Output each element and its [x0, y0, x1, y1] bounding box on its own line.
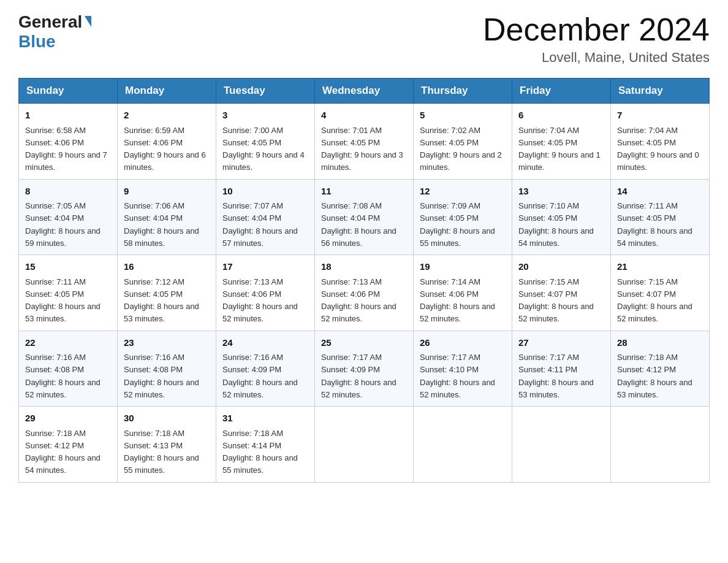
day-number: 27 — [518, 336, 604, 350]
calendar-cell: 7 Sunrise: 7:04 AMSunset: 4:05 PMDayligh… — [611, 104, 710, 180]
day-info: Sunrise: 7:17 AMSunset: 4:10 PMDaylight:… — [420, 353, 495, 399]
day-info: Sunrise: 7:15 AMSunset: 4:07 PMDaylight:… — [617, 277, 692, 324]
calendar-cell: 30 Sunrise: 7:18 AMSunset: 4:13 PMDaylig… — [118, 407, 216, 483]
day-info: Sunrise: 7:06 AMSunset: 4:04 PMDaylight:… — [124, 201, 199, 248]
day-number: 18 — [321, 260, 407, 274]
day-info: Sunrise: 7:13 AMSunset: 4:06 PMDaylight:… — [222, 277, 298, 324]
day-number: 8 — [25, 185, 111, 199]
day-number: 25 — [321, 336, 407, 350]
day-info: Sunrise: 7:13 AMSunset: 4:06 PMDaylight:… — [321, 277, 396, 324]
calendar-cell: 1 Sunrise: 6:58 AMSunset: 4:06 PMDayligh… — [19, 104, 118, 180]
calendar-cell: 26 Sunrise: 7:17 AMSunset: 4:10 PMDaylig… — [414, 331, 512, 407]
col-header-tuesday: Tuesday — [216, 79, 315, 104]
calendar-cell: 21 Sunrise: 7:15 AMSunset: 4:07 PMDaylig… — [611, 255, 710, 331]
calendar-week-row: 29 Sunrise: 7:18 AMSunset: 4:12 PMDaylig… — [19, 407, 710, 483]
col-header-saturday: Saturday — [611, 79, 710, 104]
day-info: Sunrise: 7:05 AMSunset: 4:04 PMDaylight:… — [25, 201, 100, 248]
calendar-cell: 6 Sunrise: 7:04 AMSunset: 4:05 PMDayligh… — [512, 104, 611, 180]
title-area: December 2024 Lovell, Maine, United Stat… — [483, 12, 710, 66]
day-number: 23 — [124, 336, 210, 350]
calendar-week-row: 1 Sunrise: 6:58 AMSunset: 4:06 PMDayligh… — [19, 104, 710, 180]
col-header-sunday: Sunday — [19, 79, 118, 104]
col-header-friday: Friday — [512, 79, 611, 104]
day-number: 16 — [124, 260, 210, 274]
calendar-cell: 15 Sunrise: 7:11 AMSunset: 4:05 PMDaylig… — [19, 255, 118, 331]
day-number: 11 — [321, 185, 407, 199]
day-number: 15 — [25, 260, 111, 274]
day-number: 12 — [420, 185, 506, 199]
calendar-cell: 20 Sunrise: 7:15 AMSunset: 4:07 PMDaylig… — [512, 255, 611, 331]
calendar-cell: 28 Sunrise: 7:18 AMSunset: 4:12 PMDaylig… — [611, 331, 710, 407]
location-text: Lovell, Maine, United States — [483, 50, 710, 66]
day-number: 14 — [617, 185, 703, 199]
day-info: Sunrise: 7:09 AMSunset: 4:05 PMDaylight:… — [420, 201, 495, 248]
month-title: December 2024 — [483, 12, 710, 47]
day-info: Sunrise: 7:02 AMSunset: 4:05 PMDaylight:… — [420, 126, 502, 172]
day-info: Sunrise: 7:10 AMSunset: 4:05 PMDaylight:… — [518, 201, 594, 248]
calendar-cell: 24 Sunrise: 7:16 AMSunset: 4:09 PMDaylig… — [216, 331, 315, 407]
day-info: Sunrise: 7:17 AMSunset: 4:11 PMDaylight:… — [518, 353, 594, 399]
day-number: 2 — [124, 109, 210, 123]
day-number: 17 — [222, 260, 308, 274]
day-info: Sunrise: 7:04 AMSunset: 4:05 PMDaylight:… — [617, 126, 699, 172]
day-number: 20 — [518, 260, 604, 274]
page-header: General Blue December 2024 Lovell, Maine… — [18, 12, 710, 66]
day-number: 24 — [222, 336, 308, 350]
day-number: 28 — [617, 336, 703, 350]
calendar-cell: 4 Sunrise: 7:01 AMSunset: 4:05 PMDayligh… — [315, 104, 414, 180]
calendar-cell: 31 Sunrise: 7:18 AMSunset: 4:14 PMDaylig… — [216, 407, 315, 483]
day-info: Sunrise: 7:00 AMSunset: 4:05 PMDaylight:… — [222, 126, 305, 172]
day-number: 26 — [420, 336, 506, 350]
day-info: Sunrise: 7:18 AMSunset: 4:12 PMDaylight:… — [617, 353, 692, 399]
day-info: Sunrise: 7:12 AMSunset: 4:05 PMDaylight:… — [124, 277, 199, 324]
col-header-monday: Monday — [118, 79, 216, 104]
day-info: Sunrise: 7:18 AMSunset: 4:13 PMDaylight:… — [124, 429, 199, 475]
calendar-cell: 16 Sunrise: 7:12 AMSunset: 4:05 PMDaylig… — [118, 255, 216, 331]
day-info: Sunrise: 7:18 AMSunset: 4:14 PMDaylight:… — [222, 429, 298, 475]
calendar-cell — [512, 407, 611, 483]
day-number: 31 — [222, 412, 308, 426]
calendar-cell: 5 Sunrise: 7:02 AMSunset: 4:05 PMDayligh… — [414, 104, 512, 180]
day-info: Sunrise: 7:16 AMSunset: 4:09 PMDaylight:… — [222, 353, 298, 399]
day-number: 7 — [617, 109, 703, 123]
day-info: Sunrise: 7:07 AMSunset: 4:04 PMDaylight:… — [222, 201, 298, 248]
day-number: 22 — [25, 336, 111, 350]
calendar-cell: 29 Sunrise: 7:18 AMSunset: 4:12 PMDaylig… — [19, 407, 118, 483]
calendar-cell: 13 Sunrise: 7:10 AMSunset: 4:05 PMDaylig… — [512, 179, 611, 255]
day-number: 6 — [518, 109, 604, 123]
calendar-cell: 19 Sunrise: 7:14 AMSunset: 4:06 PMDaylig… — [414, 255, 512, 331]
calendar-cell — [611, 407, 710, 483]
calendar-cell: 8 Sunrise: 7:05 AMSunset: 4:04 PMDayligh… — [19, 179, 118, 255]
day-info: Sunrise: 7:04 AMSunset: 4:05 PMDaylight:… — [518, 126, 601, 172]
day-info: Sunrise: 6:58 AMSunset: 4:06 PMDaylight:… — [25, 126, 107, 172]
day-info: Sunrise: 7:17 AMSunset: 4:09 PMDaylight:… — [321, 353, 396, 399]
calendar-week-row: 22 Sunrise: 7:16 AMSunset: 4:08 PMDaylig… — [19, 331, 710, 407]
calendar-cell — [414, 407, 512, 483]
calendar-cell: 27 Sunrise: 7:17 AMSunset: 4:11 PMDaylig… — [512, 331, 611, 407]
calendar-cell: 10 Sunrise: 7:07 AMSunset: 4:04 PMDaylig… — [216, 179, 315, 255]
calendar-week-row: 8 Sunrise: 7:05 AMSunset: 4:04 PMDayligh… — [19, 179, 710, 255]
day-number: 9 — [124, 185, 210, 199]
calendar-cell: 3 Sunrise: 7:00 AMSunset: 4:05 PMDayligh… — [216, 104, 315, 180]
logo: General Blue — [18, 12, 91, 52]
day-info: Sunrise: 7:15 AMSunset: 4:07 PMDaylight:… — [518, 277, 594, 324]
logo-blue-text: Blue — [18, 32, 56, 52]
calendar-cell: 25 Sunrise: 7:17 AMSunset: 4:09 PMDaylig… — [315, 331, 414, 407]
logo-arrow-icon — [85, 16, 91, 27]
day-info: Sunrise: 7:11 AMSunset: 4:05 PMDaylight:… — [617, 201, 692, 248]
day-info: Sunrise: 7:08 AMSunset: 4:04 PMDaylight:… — [321, 201, 396, 248]
calendar-header-row: SundayMondayTuesdayWednesdayThursdayFrid… — [19, 79, 710, 104]
day-number: 10 — [222, 185, 308, 199]
day-info: Sunrise: 7:18 AMSunset: 4:12 PMDaylight:… — [25, 429, 100, 475]
calendar-cell: 18 Sunrise: 7:13 AMSunset: 4:06 PMDaylig… — [315, 255, 414, 331]
day-number: 5 — [420, 109, 506, 123]
logo-general-text: General — [18, 12, 82, 32]
day-number: 29 — [25, 412, 111, 426]
day-info: Sunrise: 7:01 AMSunset: 4:05 PMDaylight:… — [321, 126, 403, 172]
calendar-cell: 11 Sunrise: 7:08 AMSunset: 4:04 PMDaylig… — [315, 179, 414, 255]
calendar-cell: 23 Sunrise: 7:16 AMSunset: 4:08 PMDaylig… — [118, 331, 216, 407]
col-header-thursday: Thursday — [414, 79, 512, 104]
day-number: 19 — [420, 260, 506, 274]
day-info: Sunrise: 7:14 AMSunset: 4:06 PMDaylight:… — [420, 277, 495, 324]
calendar-week-row: 15 Sunrise: 7:11 AMSunset: 4:05 PMDaylig… — [19, 255, 710, 331]
